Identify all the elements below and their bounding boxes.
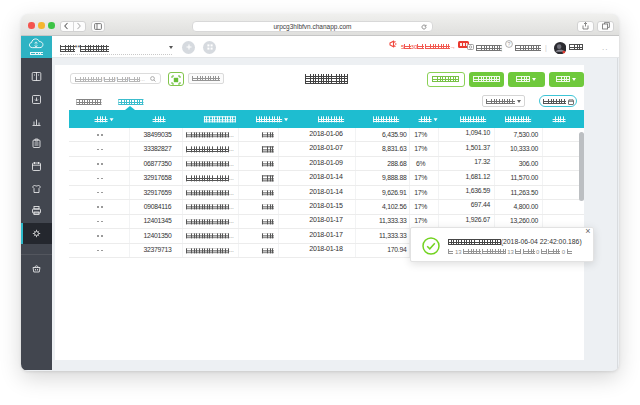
svg-text:?: ? <box>508 41 511 47</box>
